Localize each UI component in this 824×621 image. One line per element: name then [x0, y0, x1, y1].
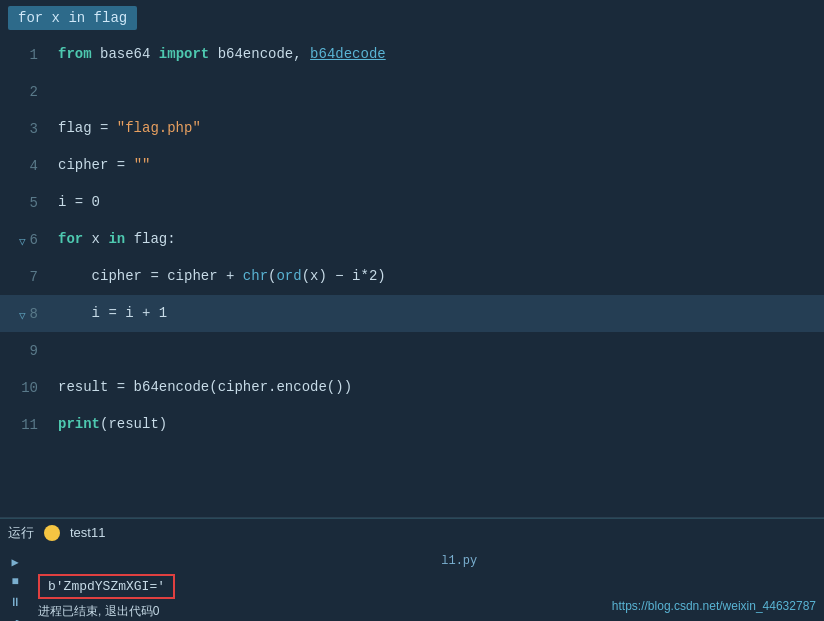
top-bar-highlight: for x in flag [8, 6, 137, 30]
fn-ord: ord [276, 268, 301, 284]
code-line-11: 11 print(result) [0, 406, 824, 443]
code-content-3: flag = "flag.php" [50, 110, 824, 147]
line-number-8: ▽8 [0, 306, 50, 322]
code-line-3: 3 flag = "flag.php" [0, 110, 824, 147]
code-line-2: 2 [0, 73, 824, 110]
line-number-9: 9 [0, 343, 50, 359]
string-empty: "" [134, 157, 151, 173]
code-content-7: cipher = cipher + chr(ord(x) − i*2) [50, 258, 824, 295]
code-content-8: i = i + 1 [50, 295, 824, 332]
reload-button[interactable]: ↺ [7, 614, 23, 621]
line-number-4: 4 [0, 158, 50, 174]
stop-button[interactable]: ■ [7, 574, 23, 590]
status-line: 进程已结束, 退出代码0 [38, 603, 596, 620]
fold-icon-6[interactable]: ▽ [16, 235, 26, 245]
code-line-4: 4 cipher = "" [0, 147, 824, 184]
code-content-5: i = 0 [50, 184, 824, 221]
keyword-for: for [58, 231, 83, 247]
terminal-content: ▶ ■ ⏸ ↺ l1.py b'ZmpdYSZmXGI=' 进程已结束, 退出代… [0, 546, 824, 621]
code-line-6: ▽6 for x in flag: [0, 221, 824, 258]
line-number-2: 2 [0, 84, 50, 100]
code-line-7: 7 cipher = cipher + chr(ord(x) − i*2) [0, 258, 824, 295]
run-label: 运行 [8, 524, 34, 542]
code-line-5: 5 i = 0 [0, 184, 824, 221]
code-line-10: 10 result = b64encode(cipher.encode()) [0, 369, 824, 406]
cmd-line: l1.py [38, 554, 596, 568]
fn-chr: chr [243, 268, 268, 284]
code-content-1: from base64 import b64encode, b64decode [50, 36, 824, 73]
line-number-10: 10 [0, 380, 50, 396]
code-line-1: 1 from base64 import b64encode, b64decod… [0, 36, 824, 73]
code-line-9: 9 [0, 332, 824, 369]
keyword-print: print [58, 416, 100, 432]
keyword-import: import [159, 46, 209, 62]
code-content-6: for x in flag: [50, 221, 824, 258]
keyword-in: in [108, 231, 125, 247]
code-content-11: print(result) [50, 406, 824, 443]
play-button[interactable]: ▶ [7, 554, 23, 570]
terminal-controls: ▶ ■ ⏸ ↺ [0, 550, 30, 621]
line-number-7: 7 [0, 269, 50, 285]
top-bar: for x in flag [0, 0, 824, 36]
tab-test11[interactable]: test11 [70, 525, 105, 540]
terminal-bar: 运行 test11 [0, 518, 824, 546]
line-number-5: 5 [0, 195, 50, 211]
code-line-8: ▽8 i = i + 1 [0, 295, 824, 332]
code-editor: 1 from base64 import b64encode, b64decod… [0, 36, 824, 518]
line-number-11: 11 [0, 417, 50, 433]
terminal-right: https://blog.csdn.net/weixin_44632787 [604, 595, 824, 617]
python-icon [44, 525, 60, 541]
code-content-4: cipher = "" [50, 147, 824, 184]
fold-icon-8[interactable]: ▽ [16, 309, 26, 319]
fn-b64decode: b64decode [310, 46, 386, 62]
string-flag-php: "flag.php" [117, 120, 201, 136]
code-content-10: result = b64encode(cipher.encode()) [50, 369, 824, 406]
line-number-1: 1 [0, 47, 50, 63]
pause-button[interactable]: ⏸ [7, 594, 23, 610]
line-number-3: 3 [0, 121, 50, 137]
terminal-main: l1.py b'ZmpdYSZmXGI=' 进程已结束, 退出代码0 [30, 550, 604, 621]
output-box: b'ZmpdYSZmXGI=' [38, 574, 175, 599]
keyword-from: from [58, 46, 92, 62]
line-number-6: ▽6 [0, 232, 50, 248]
blog-link[interactable]: https://blog.csdn.net/weixin_44632787 [612, 599, 816, 613]
